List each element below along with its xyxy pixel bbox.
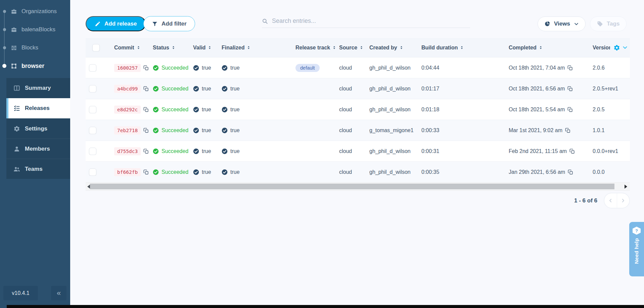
search-input[interactable]	[272, 17, 470, 25]
table-row[interactable]: bf662fb Succeeded true	[86, 161, 630, 182]
views-button[interactable]: Views	[538, 16, 586, 31]
commit-hash[interactable]: d755dc3	[114, 147, 141, 155]
check-circle-icon	[222, 148, 228, 154]
need-help-tab[interactable]: ? Need help	[629, 222, 644, 276]
tags-button: Tags	[590, 16, 627, 31]
horizontal-scrollbar[interactable]	[86, 182, 630, 191]
completed-text: Oct 18th 2021, 6:56 am	[509, 86, 565, 92]
success-check-icon	[153, 169, 159, 175]
copy-icon[interactable]	[565, 128, 570, 133]
version-cell: 2.0.5	[589, 107, 630, 113]
copy-icon[interactable]	[567, 86, 573, 91]
copy-icon[interactable]	[143, 65, 149, 71]
row-checkbox[interactable]	[89, 106, 96, 113]
commit-hash[interactable]: e8d292c	[114, 106, 141, 114]
chevron-left-icon	[608, 198, 613, 203]
table-row[interactable]: d755dc3 Succeeded true	[86, 141, 630, 161]
header-source[interactable]: Source	[336, 45, 366, 51]
version-text: 2.0.5+rev1	[593, 86, 618, 92]
header-release-track[interactable]: Release track	[292, 45, 336, 51]
commit-hash[interactable]: 7eb2718	[114, 126, 141, 134]
created-by-text: gh_phil_d_wilson	[369, 65, 411, 71]
header-version[interactable]: Version	[589, 44, 630, 51]
bottom-bar	[7, 305, 644, 308]
row-select-cell	[86, 106, 111, 113]
prev-page-button[interactable]	[604, 193, 617, 208]
copy-icon[interactable]	[569, 149, 575, 154]
build-duration-text: 0:00:35	[421, 169, 439, 175]
valid-cell: true	[190, 148, 218, 154]
releases-checklist-icon	[13, 105, 20, 112]
chevron-down-icon[interactable]	[622, 45, 628, 50]
check-circle-icon	[193, 65, 199, 71]
status-text: Succeeded	[162, 65, 188, 71]
table-row[interactable]: 1600257 Succeeded true	[86, 57, 630, 78]
sidebar-collapse-button[interactable]: «	[51, 286, 66, 300]
completed-cell: Mar 1st 2021, 9:02 am	[505, 127, 589, 133]
row-checkbox[interactable]	[89, 85, 96, 92]
sort-icon	[460, 45, 464, 50]
add-release-button[interactable]: Add release	[86, 16, 146, 31]
row-checkbox[interactable]	[89, 127, 96, 134]
copy-icon[interactable]	[143, 128, 149, 133]
header-created-by[interactable]: Created by	[366, 45, 418, 51]
sidebar-item-members[interactable]: Members	[6, 139, 70, 159]
check-circle-icon	[193, 107, 199, 113]
copy-icon[interactable]	[568, 169, 573, 175]
column-settings-gear-icon[interactable]	[613, 44, 620, 51]
created-by-cell: g_tomas_migone1	[366, 127, 418, 133]
next-page-button[interactable]	[617, 193, 630, 208]
commit-hash[interactable]: a4bcd99	[114, 85, 141, 93]
row-checkbox[interactable]	[89, 168, 96, 176]
scrollbar-thumb[interactable]	[90, 184, 614, 189]
sidebar-item-browser[interactable]: browser	[0, 57, 70, 75]
commit-hash[interactable]: 1600257	[114, 64, 141, 72]
completed-cell: Oct 18th 2021, 7:04 am	[505, 65, 589, 71]
add-filter-button[interactable]: Add filter	[143, 16, 195, 31]
header-commit[interactable]: Commit	[111, 45, 149, 51]
sidebar-item-teams[interactable]: Teams	[6, 159, 70, 179]
copy-icon[interactable]	[143, 107, 149, 112]
finalized-text: true	[230, 86, 240, 92]
header-valid[interactable]: Valid	[190, 45, 218, 51]
version-cell: 2.0.5+rev1	[589, 86, 630, 92]
copy-icon[interactable]	[143, 86, 149, 91]
header-status[interactable]: Status	[149, 45, 190, 51]
valid-cell: true	[190, 86, 218, 92]
created-by-cell: gh_phil_d_wilson	[366, 86, 418, 92]
header-finalized[interactable]: Finalized	[218, 45, 292, 51]
sidebar-item-settings[interactable]: Settings	[6, 118, 70, 139]
sidebar-item-releases[interactable]: Releases	[6, 98, 70, 118]
person-icon	[13, 146, 20, 152]
commit-hash[interactable]: bf662fb	[114, 168, 141, 176]
status-cell: Succeeded	[149, 169, 190, 175]
sidebar-item-summary[interactable]: Summary	[6, 78, 70, 98]
row-checkbox[interactable]	[89, 64, 96, 72]
row-checkbox[interactable]	[89, 148, 96, 155]
valid-text: true	[202, 127, 211, 133]
sidebar-item-balenablocks[interactable]: balenaBlocks	[0, 21, 70, 39]
sort-icon	[246, 45, 251, 50]
org-breadcrumb-tree: Organizations balenaBlocks Blocks browse…	[0, 0, 70, 75]
created-by-cell: gh_phil_d_wilson	[366, 148, 418, 154]
header-build-duration[interactable]: Build duration	[418, 45, 505, 51]
sidebar-item-blocks[interactable]: Blocks	[0, 39, 70, 57]
table-row[interactable]: e8d292c Succeeded true	[86, 99, 630, 120]
select-all-checkbox[interactable]	[92, 44, 100, 51]
created-by-text: gh_phil_d_wilson	[369, 169, 411, 175]
header-completed[interactable]: Completed	[505, 45, 589, 51]
status-text: Succeeded	[162, 107, 188, 113]
scroll-left-arrow-icon[interactable]	[87, 185, 90, 189]
copy-icon[interactable]	[143, 149, 149, 154]
table-row[interactable]: a4bcd99 Succeeded true	[86, 78, 630, 99]
build-duration-cell: 0:01:17	[418, 86, 505, 92]
status-text: Succeeded	[162, 86, 188, 92]
table-row[interactable]: 7eb2718 Succeeded true	[86, 120, 630, 141]
copy-icon[interactable]	[567, 65, 573, 71]
copy-icon[interactable]	[143, 169, 149, 175]
sidebar-item-organizations[interactable]: Organizations	[0, 2, 70, 21]
app-version-badge: v10.4.1	[3, 286, 38, 300]
copy-icon[interactable]	[567, 107, 573, 112]
scroll-right-arrow-icon[interactable]	[625, 185, 627, 189]
source-cell: cloud	[336, 169, 366, 175]
